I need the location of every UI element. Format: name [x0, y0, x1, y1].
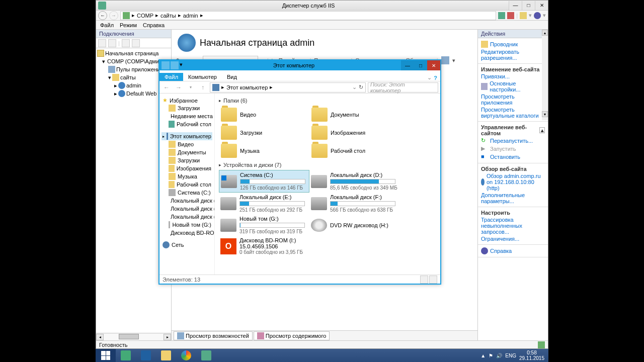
action-restart[interactable]: ↻Перезапустить... [478, 137, 548, 145]
tab-view[interactable]: Вид [222, 73, 242, 81]
dvd-drive-item[interactable]: DVD RW дисковод (H:) [309, 214, 400, 236]
drive-item[interactable]: Система (C:)126 ГБ свободно из 146 ГБ [219, 170, 309, 193]
nav-drive-g[interactable]: Новый том (G:) [162, 221, 212, 229]
back-button[interactable]: ← [98, 11, 107, 20]
tab-file[interactable]: Файл [159, 73, 183, 81]
explorer-address-bar[interactable]: ▸Этот компьютер▸ ⌄ ↻ [210, 82, 366, 93]
minimize-button[interactable]: — [509, 1, 522, 10]
nav-videos[interactable]: Видео [162, 140, 212, 148]
drive-item[interactable]: Локальный диск (E:)251 ГБ свободно из 29… [219, 193, 309, 214]
close-button[interactable]: ✕ [535, 1, 548, 10]
nav-downloads2[interactable]: Загрузки [162, 156, 212, 164]
folder-item[interactable]: Изображения [309, 124, 400, 142]
drive-item[interactable]: Локальный диск (F:)566 ГБ свободно из 63… [309, 193, 400, 214]
nav-this-pc[interactable]: ▸Этот компьютер [162, 132, 212, 140]
tab-content[interactable]: Просмотр содержимого [254, 331, 330, 340]
nav-drive-bd[interactable]: Дисковод BD-ROM [162, 229, 212, 237]
action-limits[interactable]: Ограничения... [478, 235, 548, 242]
task-explorer[interactable] [156, 349, 176, 362]
refresh-icon[interactable] [498, 12, 505, 19]
content-vscroll[interactable]: ▴ ▾ [542, 30, 548, 120]
explorer-up[interactable]: ↑ [198, 82, 208, 93]
view-icons-button[interactable] [429, 276, 437, 284]
tray-action-center-icon[interactable]: ⚑ [489, 353, 493, 358]
task-server-manager[interactable] [116, 349, 136, 362]
task-iis-manager[interactable] [196, 349, 216, 362]
refresh-tree-button[interactable] [132, 39, 140, 47]
folder-item[interactable]: Документы [309, 106, 400, 124]
bdrom-drive-item[interactable]: OДисковод BD-ROM (I:) 15.0.4569.15060 ба… [219, 236, 309, 256]
qat-properties-icon[interactable] [171, 61, 179, 69]
action-view-vdirs[interactable]: Просмотреть виртуальные каталоги [478, 106, 548, 119]
ribbon-expand-icon[interactable]: ⌄ [427, 74, 432, 81]
drives-group-header[interactable]: Устройства и диски (7) [219, 160, 436, 170]
tree-hscroll[interactable]: ◂▸ [96, 333, 171, 340]
nav-desktop2[interactable]: Рабочий стол [162, 180, 212, 189]
forward-button[interactable]: → [109, 11, 118, 20]
tree-start-page[interactable]: Начальная страница [97, 49, 170, 57]
qat-dropdown-icon[interactable]: ▾ [180, 61, 185, 69]
nav-favorites[interactable]: ★Избранное [162, 97, 212, 104]
action-bindings[interactable]: Привязки... [478, 73, 548, 80]
nav-drive-f[interactable]: Локальный диск (F: [162, 213, 212, 221]
node-button[interactable] [122, 39, 130, 47]
drive-item[interactable]: Новый том (G:)319 ГБ свободно из 319 ГБ [219, 214, 309, 236]
action-browse[interactable]: Обзор admin.comp.ru on 192.168.0.10:80 (… [478, 172, 548, 192]
explorer-search[interactable]: Поиск: Этот компьютер [368, 82, 438, 93]
home-icon[interactable] [520, 12, 527, 19]
tray-flag-icon[interactable]: ▲ [480, 353, 486, 358]
nav-drive-d[interactable]: Локальный диск (D [162, 197, 212, 205]
folders-group-header[interactable]: Папки (6) [219, 96, 436, 106]
start-button[interactable] [96, 349, 116, 362]
folder-item[interactable]: Загрузки [219, 124, 309, 142]
explorer-back[interactable]: ← [162, 82, 172, 93]
nav-drive-c[interactable]: Система (C:) [162, 189, 212, 197]
explorer-history[interactable]: ▾ [186, 82, 196, 93]
nav-pictures[interactable]: Изображения [162, 164, 212, 172]
explorer-forward[interactable]: → [174, 82, 184, 93]
action-basic-settings[interactable]: Основные настройки... [478, 80, 548, 93]
tray-language[interactable]: ENG [505, 353, 516, 358]
breadcrumb-bar[interactable]: ▸COMP ▸сайты ▸admin ▸ [120, 11, 496, 20]
folder-item[interactable]: Музыка [219, 142, 309, 160]
view-details-button[interactable] [420, 276, 428, 284]
connect-button[interactable] [98, 39, 106, 47]
action-help[interactable]: Справка [478, 247, 548, 255]
refresh-icon[interactable]: ↻ [359, 84, 363, 90]
explorer-minimize[interactable]: — [401, 60, 414, 70]
action-start[interactable]: ▶Запустить [478, 145, 548, 153]
folder-item[interactable]: Рабочий стол [309, 142, 400, 160]
action-tracing[interactable]: Трассировка невыполненных запросов... [478, 216, 548, 235]
nav-downloads[interactable]: Загрузки [162, 104, 212, 112]
nav-drive-e[interactable]: Локальный диск (E: [162, 205, 212, 213]
maximize-button[interactable]: □ [522, 1, 535, 10]
task-powershell[interactable] [136, 349, 156, 362]
menu-mode[interactable]: Режим [120, 22, 137, 28]
menu-file[interactable]: Файл [100, 22, 114, 28]
tab-features[interactable]: Просмотр возможностей [174, 331, 253, 340]
action-view-apps[interactable]: Просмотреть приложения [478, 93, 548, 106]
explorer-close[interactable]: ✕ [427, 60, 440, 70]
nav-recent[interactable]: Недавние места [162, 112, 212, 120]
tray-volume-icon[interactable]: 🔊 [496, 353, 502, 358]
action-edit-permissions[interactable]: Редактировать разрешения... [478, 48, 548, 61]
folder-item[interactable]: Видео [219, 106, 309, 124]
nav-network[interactable]: Сеть [162, 241, 212, 249]
action-advanced[interactable]: Дополнительные параметры... [478, 192, 548, 205]
task-chrome[interactable] [176, 349, 196, 362]
view-icon[interactable] [441, 56, 449, 64]
nav-documents[interactable]: Документы [162, 148, 212, 156]
help-icon[interactable] [534, 12, 541, 19]
explorer-maximize[interactable]: □ [414, 60, 427, 70]
qat-pc-icon[interactable] [162, 61, 170, 69]
save-button[interactable] [108, 39, 116, 47]
nav-desktop[interactable]: Рабочий стол [162, 120, 212, 128]
tab-computer[interactable]: Компьютер [183, 73, 222, 81]
drive-item[interactable]: Локальный диск (D:)85,6 МБ свободно из 3… [309, 170, 400, 193]
menu-help[interactable]: Справка [143, 22, 165, 28]
action-explore[interactable]: Проводник [478, 40, 548, 48]
action-stop[interactable]: ■Остановить [478, 153, 548, 161]
stop-icon[interactable] [507, 12, 514, 19]
tray-clock[interactable]: 0:5829.11.2015 [519, 350, 544, 361]
nav-music[interactable]: Музыка [162, 172, 212, 180]
